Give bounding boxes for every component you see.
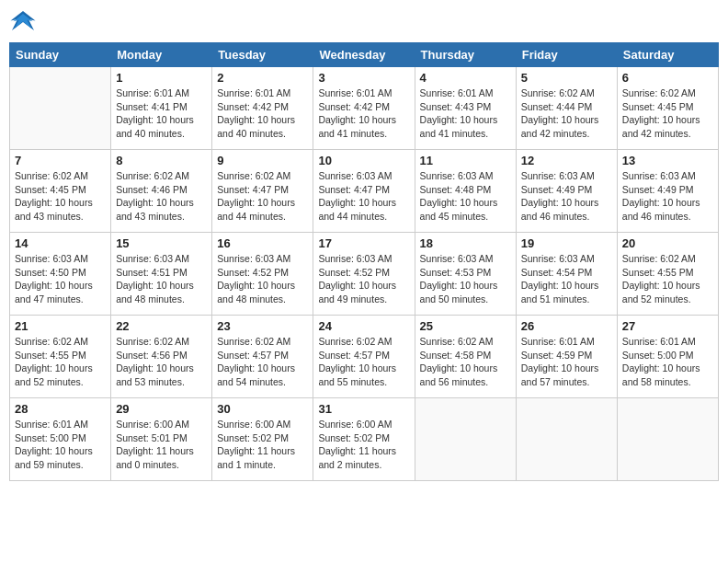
week-row-3: 14Sunrise: 6:03 AM Sunset: 4:50 PM Dayli… xyxy=(10,233,719,316)
day-cell-25: 25Sunrise: 6:02 AM Sunset: 4:58 PM Dayli… xyxy=(415,316,516,398)
day-number: 2 xyxy=(217,71,308,85)
day-number: 13 xyxy=(622,154,713,167)
day-number: 1 xyxy=(116,71,207,85)
day-number: 21 xyxy=(15,319,106,333)
day-number: 11 xyxy=(420,154,511,167)
day-number: 29 xyxy=(116,402,207,416)
day-cell-9: 9Sunrise: 6:02 AM Sunset: 4:47 PM Daylig… xyxy=(212,150,313,233)
day-info: Sunrise: 6:03 AM Sunset: 4:49 PM Dayligh… xyxy=(622,169,713,224)
day-number: 6 xyxy=(622,71,713,85)
day-info: Sunrise: 6:02 AM Sunset: 4:47 PM Dayligh… xyxy=(217,169,308,224)
day-info: Sunrise: 6:02 AM Sunset: 4:57 PM Dayligh… xyxy=(217,335,308,389)
day-cell-22: 22Sunrise: 6:02 AM Sunset: 4:56 PM Dayli… xyxy=(111,316,212,398)
day-info: Sunrise: 6:02 AM Sunset: 4:44 PM Dayligh… xyxy=(521,86,612,141)
day-number: 30 xyxy=(217,402,308,416)
day-number: 23 xyxy=(217,319,308,333)
day-info: Sunrise: 6:02 AM Sunset: 4:55 PM Dayligh… xyxy=(15,335,106,389)
day-number: 15 xyxy=(116,236,207,250)
calendar-header-row: SundayMondayTuesdayWednesdayThursdayFrid… xyxy=(10,43,719,67)
day-cell-11: 11Sunrise: 6:03 AM Sunset: 4:48 PM Dayli… xyxy=(415,150,516,233)
week-row-4: 21Sunrise: 6:02 AM Sunset: 4:55 PM Dayli… xyxy=(10,316,719,398)
col-header-sunday: Sunday xyxy=(10,43,111,67)
day-info: Sunrise: 6:01 AM Sunset: 4:42 PM Dayligh… xyxy=(217,86,308,141)
day-number: 7 xyxy=(15,154,106,167)
col-header-wednesday: Wednesday xyxy=(313,43,415,67)
day-cell-26: 26Sunrise: 6:01 AM Sunset: 4:59 PM Dayli… xyxy=(516,316,617,398)
day-cell-28: 28Sunrise: 6:01 AM Sunset: 5:00 PM Dayli… xyxy=(10,398,111,481)
day-number: 27 xyxy=(622,319,713,333)
day-info: Sunrise: 6:01 AM Sunset: 5:00 PM Dayligh… xyxy=(15,418,106,472)
day-cell-5: 5Sunrise: 6:02 AM Sunset: 4:44 PM Daylig… xyxy=(516,67,617,150)
day-cell-27: 27Sunrise: 6:01 AM Sunset: 5:00 PM Dayli… xyxy=(617,316,718,398)
calendar-table: SundayMondayTuesdayWednesdayThursdayFrid… xyxy=(9,42,719,481)
day-number: 26 xyxy=(521,319,612,333)
day-number: 24 xyxy=(318,319,409,333)
empty-cell xyxy=(516,398,617,481)
day-info: Sunrise: 6:01 AM Sunset: 4:41 PM Dayligh… xyxy=(116,86,207,141)
day-info: Sunrise: 6:02 AM Sunset: 4:45 PM Dayligh… xyxy=(15,169,106,224)
day-number: 12 xyxy=(521,154,612,167)
col-header-saturday: Saturday xyxy=(617,43,718,67)
day-info: Sunrise: 6:01 AM Sunset: 5:00 PM Dayligh… xyxy=(622,335,713,389)
week-row-1: 1Sunrise: 6:01 AM Sunset: 4:41 PM Daylig… xyxy=(10,67,719,150)
day-number: 10 xyxy=(318,154,409,167)
day-number: 19 xyxy=(521,236,612,250)
day-info: Sunrise: 6:02 AM Sunset: 4:55 PM Dayligh… xyxy=(622,252,713,306)
day-info: Sunrise: 6:01 AM Sunset: 4:59 PM Dayligh… xyxy=(521,335,612,389)
day-info: Sunrise: 6:03 AM Sunset: 4:48 PM Dayligh… xyxy=(420,169,511,224)
day-info: Sunrise: 6:00 AM Sunset: 5:02 PM Dayligh… xyxy=(318,418,409,472)
week-row-5: 28Sunrise: 6:01 AM Sunset: 5:00 PM Dayli… xyxy=(10,398,719,481)
day-cell-31: 31Sunrise: 6:00 AM Sunset: 5:02 PM Dayli… xyxy=(313,398,415,481)
day-info: Sunrise: 6:03 AM Sunset: 4:47 PM Dayligh… xyxy=(318,169,409,224)
day-info: Sunrise: 6:03 AM Sunset: 4:49 PM Dayligh… xyxy=(521,169,612,224)
day-cell-20: 20Sunrise: 6:02 AM Sunset: 4:55 PM Dayli… xyxy=(617,233,718,316)
day-cell-14: 14Sunrise: 6:03 AM Sunset: 4:50 PM Dayli… xyxy=(10,233,111,316)
day-cell-30: 30Sunrise: 6:00 AM Sunset: 5:02 PM Dayli… xyxy=(212,398,313,481)
day-number: 22 xyxy=(116,319,207,333)
day-cell-21: 21Sunrise: 6:02 AM Sunset: 4:55 PM Dayli… xyxy=(10,316,111,398)
day-info: Sunrise: 6:02 AM Sunset: 4:56 PM Dayligh… xyxy=(116,335,207,389)
col-header-thursday: Thursday xyxy=(415,43,516,67)
day-info: Sunrise: 6:02 AM Sunset: 4:46 PM Dayligh… xyxy=(116,169,207,224)
day-cell-15: 15Sunrise: 6:03 AM Sunset: 4:51 PM Dayli… xyxy=(111,233,212,316)
day-info: Sunrise: 6:02 AM Sunset: 4:57 PM Dayligh… xyxy=(318,335,409,389)
col-header-tuesday: Tuesday xyxy=(212,43,313,67)
day-info: Sunrise: 6:03 AM Sunset: 4:52 PM Dayligh… xyxy=(217,252,308,306)
day-info: Sunrise: 6:03 AM Sunset: 4:53 PM Dayligh… xyxy=(420,252,511,306)
day-cell-19: 19Sunrise: 6:03 AM Sunset: 4:54 PM Dayli… xyxy=(516,233,617,316)
day-number: 25 xyxy=(420,319,511,333)
day-info: Sunrise: 6:01 AM Sunset: 4:43 PM Dayligh… xyxy=(420,86,511,141)
day-number: 8 xyxy=(116,154,207,167)
logo xyxy=(9,9,40,35)
day-number: 5 xyxy=(521,71,612,85)
day-info: Sunrise: 6:03 AM Sunset: 4:50 PM Dayligh… xyxy=(15,252,106,306)
col-header-friday: Friday xyxy=(516,43,617,67)
week-row-2: 7Sunrise: 6:02 AM Sunset: 4:45 PM Daylig… xyxy=(10,150,719,233)
day-cell-6: 6Sunrise: 6:02 AM Sunset: 4:45 PM Daylig… xyxy=(617,67,718,150)
day-number: 3 xyxy=(318,71,409,85)
day-cell-13: 13Sunrise: 6:03 AM Sunset: 4:49 PM Dayli… xyxy=(617,150,718,233)
day-number: 20 xyxy=(622,236,713,250)
day-number: 14 xyxy=(15,236,106,250)
logo-icon xyxy=(9,9,37,35)
day-cell-10: 10Sunrise: 6:03 AM Sunset: 4:47 PM Dayli… xyxy=(313,150,415,233)
day-number: 31 xyxy=(318,402,409,416)
day-cell-23: 23Sunrise: 6:02 AM Sunset: 4:57 PM Dayli… xyxy=(212,316,313,398)
day-info: Sunrise: 6:00 AM Sunset: 5:01 PM Dayligh… xyxy=(116,418,207,472)
day-cell-2: 2Sunrise: 6:01 AM Sunset: 4:42 PM Daylig… xyxy=(212,67,313,150)
empty-cell xyxy=(10,67,111,150)
empty-cell xyxy=(617,398,718,481)
day-cell-8: 8Sunrise: 6:02 AM Sunset: 4:46 PM Daylig… xyxy=(111,150,212,233)
day-cell-1: 1Sunrise: 6:01 AM Sunset: 4:41 PM Daylig… xyxy=(111,67,212,150)
day-number: 17 xyxy=(318,236,409,250)
day-number: 28 xyxy=(15,402,106,416)
day-info: Sunrise: 6:03 AM Sunset: 4:52 PM Dayligh… xyxy=(318,252,409,306)
day-cell-17: 17Sunrise: 6:03 AM Sunset: 4:52 PM Dayli… xyxy=(313,233,415,316)
day-info: Sunrise: 6:02 AM Sunset: 4:58 PM Dayligh… xyxy=(420,335,511,389)
day-cell-7: 7Sunrise: 6:02 AM Sunset: 4:45 PM Daylig… xyxy=(10,150,111,233)
day-info: Sunrise: 6:01 AM Sunset: 4:42 PM Dayligh… xyxy=(318,86,409,141)
day-info: Sunrise: 6:03 AM Sunset: 4:51 PM Dayligh… xyxy=(116,252,207,306)
day-cell-4: 4Sunrise: 6:01 AM Sunset: 4:43 PM Daylig… xyxy=(415,67,516,150)
day-number: 18 xyxy=(420,236,511,250)
day-cell-24: 24Sunrise: 6:02 AM Sunset: 4:57 PM Dayli… xyxy=(313,316,415,398)
